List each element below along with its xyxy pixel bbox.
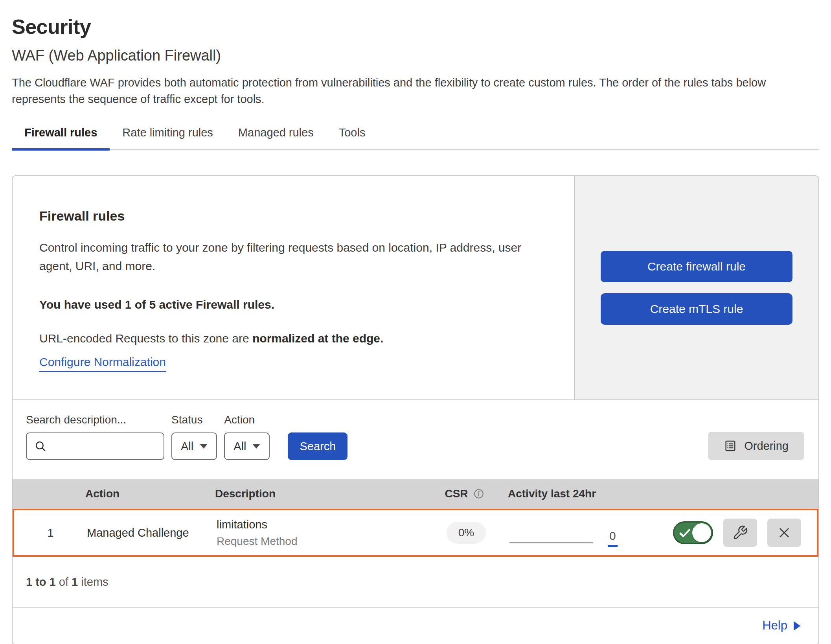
row-action: Managed Challenge — [77, 526, 207, 539]
pagination-total: 1 — [72, 576, 78, 588]
help-arrow-icon — [794, 621, 800, 631]
firewall-rules-summary: Firewall rules Control incoming traffic … — [13, 176, 574, 399]
search-button[interactable]: Search — [288, 432, 347, 460]
activity-count-link[interactable]: 0 — [608, 529, 618, 547]
help-link-label: Help — [762, 618, 787, 633]
row-index: 1 — [14, 526, 77, 539]
row-description: limitations — [217, 518, 423, 531]
info-icon[interactable] — [473, 488, 485, 500]
card-actions-panel: Create firewall rule Create mTLS rule — [574, 176, 818, 399]
normalization-text-bold: normalized at the edge. — [252, 332, 383, 345]
tab-managed-rules[interactable]: Managed rules — [226, 126, 326, 149]
rules-tabs: Firewall rules Rate limiting rules Manag… — [12, 126, 819, 150]
card-top-section: Firewall rules Control incoming traffic … — [13, 176, 818, 400]
action-dropdown-value: All — [233, 440, 246, 453]
row-description-sub: Request Method — [217, 535, 423, 548]
usage-text: You have used 1 of 5 active Firewall rul… — [39, 298, 546, 311]
ordering-button[interactable]: Ordering — [708, 432, 804, 460]
check-icon — [679, 528, 691, 541]
chevron-down-icon — [200, 444, 208, 449]
col-description-header: Description — [205, 488, 421, 500]
page-description: The Cloudflare WAF provides both automat… — [12, 74, 802, 107]
search-input[interactable] — [52, 440, 156, 453]
search-icon — [34, 440, 47, 453]
col-action-header: Action — [75, 488, 205, 500]
create-mtls-rule-button[interactable]: Create mTLS rule — [601, 293, 792, 325]
ordering-button-label: Ordering — [744, 440, 789, 453]
chevron-down-icon — [252, 444, 260, 449]
row-description-cell: limitations Request Method — [207, 518, 423, 548]
help-row: Help — [13, 608, 818, 644]
pagination-of: of — [56, 576, 72, 588]
col-activity-header: Activity last 24hr — [508, 488, 645, 500]
delete-rule-button[interactable] — [767, 519, 801, 547]
table-row: 1 Managed Challenge limitations Request … — [13, 509, 818, 557]
filter-bar: Search description... Status All — [13, 400, 818, 479]
page-subtitle: WAF (Web Application Firewall) — [12, 47, 819, 64]
rule-enabled-toggle[interactable] — [673, 521, 713, 544]
create-firewall-rule-button[interactable]: Create firewall rule — [601, 251, 792, 282]
help-link[interactable]: Help — [762, 618, 800, 633]
edit-rule-button[interactable] — [723, 519, 757, 547]
ordering-list-icon — [724, 439, 737, 453]
pagination-items: items — [78, 576, 108, 588]
search-group: Search description... — [26, 414, 164, 460]
col-csr-header: CSR — [421, 488, 508, 500]
normalization-text: URL-encoded Requests to this zone are no… — [39, 332, 546, 345]
csr-badge: 0% — [447, 522, 486, 544]
toggle-knob — [692, 523, 711, 542]
status-group: Status All — [171, 414, 217, 460]
row-activity-cell: 0 — [509, 519, 647, 547]
pagination-range: 1 to 1 — [26, 576, 56, 588]
tab-firewall-rules[interactable]: Firewall rules — [12, 126, 110, 149]
row-csr-cell: 0% — [423, 522, 509, 544]
action-dropdown[interactable]: All — [224, 432, 270, 460]
row-controls — [647, 519, 817, 547]
status-dropdown[interactable]: All — [171, 432, 217, 460]
normalization-text-plain: URL-encoded Requests to this zone are — [39, 332, 252, 345]
panel-heading: Firewall rules — [39, 208, 546, 224]
action-group: Action All — [224, 414, 270, 460]
panel-description: Control incoming traffic to your zone by… — [39, 239, 546, 275]
configure-normalization-link[interactable]: Configure Normalization — [39, 355, 166, 372]
table-header: Action Description CSR Activity last 24h… — [13, 479, 818, 509]
activity-sparkline — [509, 542, 593, 543]
close-icon — [777, 525, 792, 540]
tab-rate-limiting-rules[interactable]: Rate limiting rules — [110, 126, 225, 149]
search-label: Search description... — [26, 414, 164, 426]
pagination-summary: 1 to 1 of 1 items — [13, 557, 818, 608]
col-csr-header-label: CSR — [445, 488, 468, 500]
wrench-icon — [732, 525, 748, 541]
action-label: Action — [224, 414, 270, 426]
security-waf-page: Security WAF (Web Application Firewall) … — [0, 0, 831, 644]
tab-tools[interactable]: Tools — [326, 126, 378, 149]
search-box — [26, 432, 164, 460]
status-label: Status — [171, 414, 217, 426]
firewall-rules-card: Firewall rules Control incoming traffic … — [12, 175, 819, 644]
status-dropdown-value: All — [181, 440, 193, 453]
page-title: Security — [12, 15, 819, 39]
